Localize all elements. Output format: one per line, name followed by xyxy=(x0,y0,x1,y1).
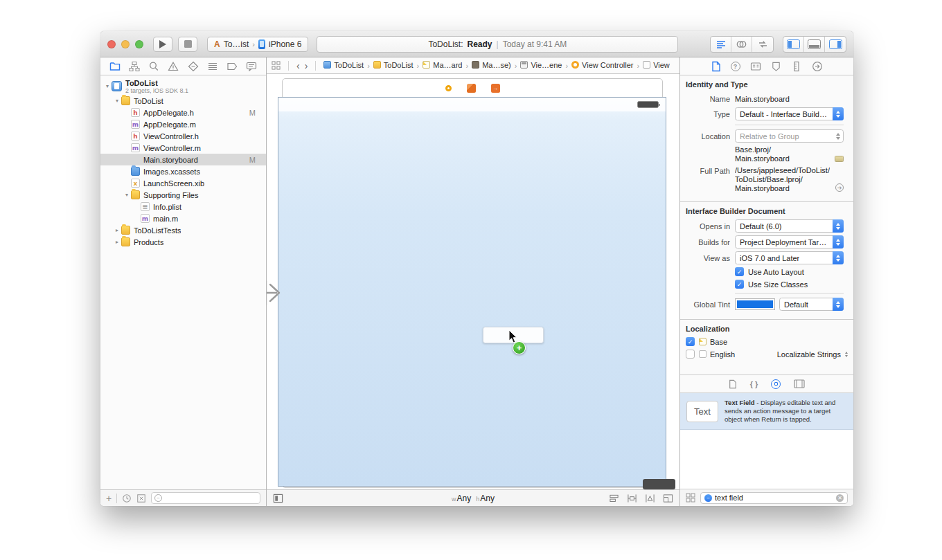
tree-item-main-storyboard[interactable]: Main.storyboardM xyxy=(100,154,266,165)
root-view[interactable] xyxy=(278,97,666,487)
tree-item-supporting-files[interactable]: ▾Supporting Files xyxy=(100,189,266,201)
go-forward-button[interactable]: › xyxy=(305,62,308,70)
search-icon xyxy=(148,61,159,72)
debug-navigator-tab[interactable] xyxy=(207,61,218,72)
breadcrumb-item-ma-ard[interactable]: Ma…ard xyxy=(423,61,462,69)
disclosure-triangle[interactable]: ▸ xyxy=(113,227,121,233)
base-localization-checkbox[interactable]: ✓ xyxy=(686,337,695,346)
toggle-debug-area-button[interactable] xyxy=(804,37,825,52)
tree-item-appdelegate-m[interactable]: mAppDelegate.m xyxy=(100,118,266,130)
library-list-empty-area[interactable] xyxy=(680,430,853,489)
quick-help-inspector-tab[interactable]: ? xyxy=(731,62,740,71)
report-navigator-tab[interactable] xyxy=(246,61,257,72)
view-as-popup[interactable]: iOS 7.0 and Later xyxy=(735,251,844,264)
toggle-navigator-button[interactable] xyxy=(783,37,804,52)
library-tab-bar: { } xyxy=(680,374,853,393)
file-icon xyxy=(711,61,721,72)
minimize-window-button[interactable] xyxy=(121,40,130,48)
symbol-navigator-tab[interactable] xyxy=(129,61,140,72)
tree-item-todolist[interactable]: ▾ToDoList2 targets, iOS SDK 8.1 xyxy=(100,78,266,95)
tree-item-appdelegate-h[interactable]: hAppDelegate.hM xyxy=(100,107,266,118)
tree-item-info-plist[interactable]: ≡Info.plist xyxy=(100,201,266,213)
clear-search-icon[interactable]: ✕ xyxy=(836,494,844,502)
zoom-window-button[interactable] xyxy=(135,40,143,48)
reveal-in-finder-arrow-icon[interactable]: ➔ xyxy=(835,183,844,192)
project-navigator-tab[interactable] xyxy=(109,61,121,72)
size-class-control[interactable]: wAnyhAny xyxy=(267,494,679,503)
search-navigator-tab[interactable] xyxy=(148,61,159,72)
media-library-tab[interactable] xyxy=(794,379,805,388)
global-tint-color-well[interactable] xyxy=(735,298,775,310)
connections-inspector-tab[interactable] xyxy=(812,61,823,72)
library-search-field[interactable]: − ✕ xyxy=(700,492,848,504)
builds-for-popup[interactable]: Project Deployment Tar… xyxy=(735,235,844,249)
related-items-button[interactable] xyxy=(272,61,281,70)
test-navigator-tab[interactable] xyxy=(188,61,199,72)
add-file-button[interactable]: + xyxy=(106,494,112,503)
disclosure-triangle[interactable]: ▾ xyxy=(113,98,121,104)
file-inspector-tab[interactable] xyxy=(711,61,721,72)
standard-editor-button[interactable] xyxy=(711,37,731,52)
library-item-text-field[interactable]: Text Text Field - Displays editable text… xyxy=(680,393,853,430)
global-tint-popup[interactable]: Default xyxy=(779,298,844,311)
navigator-filter-field[interactable]: − xyxy=(151,492,260,504)
tree-item-todolisttests[interactable]: ▸ToDoListTests xyxy=(100,224,266,236)
disclosure-triangle[interactable]: ▾ xyxy=(103,83,112,89)
location-popup[interactable]: Relative to Group xyxy=(735,129,844,143)
library-grid-toggle-button[interactable] xyxy=(686,493,695,503)
version-editor-button[interactable] xyxy=(752,37,773,52)
tree-item-viewcontroller-h[interactable]: hViewController.h xyxy=(100,130,266,142)
breadcrumb-item-todolist[interactable]: ToDoList xyxy=(323,61,364,69)
attributes-inspector-tab[interactable] xyxy=(771,61,781,72)
breakpoint-tag-icon xyxy=(226,61,238,72)
identity-inspector-tab[interactable] xyxy=(750,61,761,72)
view-controller-icon[interactable] xyxy=(445,85,452,91)
standard-editor-icon xyxy=(716,39,727,50)
base-label: Base xyxy=(710,338,727,346)
run-button[interactable] xyxy=(153,37,172,52)
section-title: Identity and Type xyxy=(680,78,853,93)
english-localization-checkbox[interactable] xyxy=(686,350,695,359)
tree-item-viewcontroller-m[interactable]: mViewController.m xyxy=(100,142,266,154)
stepper-arrows-icon xyxy=(836,133,840,140)
close-window-button[interactable] xyxy=(107,40,116,48)
opens-in-popup[interactable]: Default (6.0) xyxy=(735,219,844,233)
stop-button[interactable] xyxy=(178,37,197,52)
code-snippet-library-tab[interactable]: { } xyxy=(750,380,758,388)
file-template-library-tab[interactable] xyxy=(729,379,737,389)
tree-item-images-xcassets[interactable]: Images.xcassets xyxy=(100,165,266,177)
first-responder-icon[interactable] xyxy=(467,84,476,93)
breadcrumb-item-view[interactable]: View xyxy=(643,61,670,69)
tree-item-products[interactable]: ▸Products xyxy=(100,236,266,248)
project-icon xyxy=(323,61,331,69)
tree-item-todolist[interactable]: ▾ToDoList xyxy=(100,95,266,107)
initial-view-controller-arrow[interactable] xyxy=(267,280,283,306)
exit-segue-icon[interactable]: → xyxy=(491,84,500,93)
disclosure-triangle[interactable]: ▸ xyxy=(113,239,121,245)
library-search-input[interactable] xyxy=(715,494,833,502)
scheme-selector[interactable]: A To…ist › iPhone 6 xyxy=(207,37,308,52)
object-library-tab[interactable] xyxy=(771,379,781,389)
resize-handle-knob[interactable] xyxy=(643,479,675,489)
scm-status-filter-button[interactable] xyxy=(136,494,146,503)
toggle-utilities-button[interactable] xyxy=(825,37,846,52)
breadcrumb-item-vie-ene[interactable]: Vie…ene xyxy=(520,61,562,69)
breadcrumb-item-ma-se-[interactable]: Ma…se) xyxy=(472,61,511,69)
breadcrumb-item-todolist[interactable]: ToDoList xyxy=(373,61,414,69)
choose-location-folder-icon[interactable] xyxy=(835,156,844,162)
storyboard-canvas[interactable]: → + xyxy=(267,74,679,489)
tree-item-launchscreen-xib[interactable]: xLaunchScreen.xib xyxy=(100,177,266,189)
breadcrumb-item-view-controller[interactable]: View Controller xyxy=(571,61,633,69)
use-auto-layout-checkbox[interactable]: ✓ xyxy=(735,267,744,276)
tree-item-main-m[interactable]: mmain.m xyxy=(100,213,266,224)
issue-navigator-tab[interactable] xyxy=(168,61,179,72)
assistant-editor-button[interactable] xyxy=(731,37,752,52)
stepper-arrows-icon[interactable] xyxy=(845,352,848,357)
use-size-classes-checkbox[interactable]: ✓ xyxy=(735,280,744,289)
type-popup[interactable]: Default - Interface Build… xyxy=(735,107,844,120)
recent-files-filter-button[interactable] xyxy=(122,494,132,503)
breakpoint-navigator-tab[interactable] xyxy=(226,61,238,72)
disclosure-triangle[interactable]: ▾ xyxy=(123,192,131,198)
go-back-button[interactable]: ‹ xyxy=(296,62,300,70)
size-inspector-tab[interactable] xyxy=(791,61,802,72)
